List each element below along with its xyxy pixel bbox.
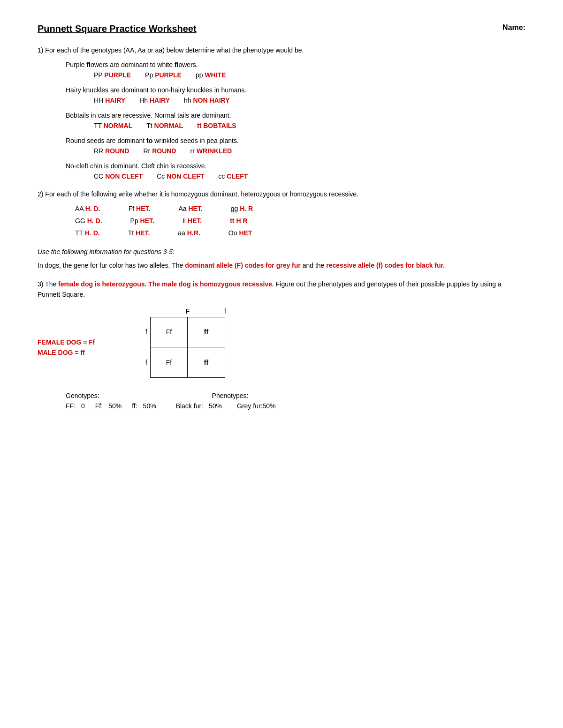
bobtails-tt2: Tt NORMAL [146, 122, 183, 129]
trait-bobtails: Bobtails in cats are recessive. Normal t… [66, 111, 525, 129]
dominant-allele: dominant allele (F) codes for grey fur [185, 262, 301, 269]
phenotypes-label: Phenotypes: [212, 392, 249, 399]
punnett-cell-r2c2: ff [188, 347, 225, 378]
knuckles-hh2: Hh HAIRY [139, 97, 170, 104]
Ff-value: 50% [108, 402, 122, 410]
ff2-label: ff: [132, 402, 137, 410]
trait-seeds-answers: RR ROUND Rr ROUND rr WRINKLED [94, 147, 525, 155]
name-label: Name: [502, 23, 525, 32]
female-dog-label: FEMALE DOG = Ff [38, 336, 113, 349]
question-1-title: 1) For each of the genotypes (AA, Aa or … [38, 45, 525, 55]
s2-tt2: TT H. D. [75, 229, 100, 237]
knuckles-hh: HH HAIRY [94, 97, 125, 104]
trait-knuckles-desc: Hairy knuckles are dominant to non-hairy… [66, 85, 525, 95]
trait-flowers-answers: PP PURPLE Pp PURPLE pp WHITE [94, 71, 525, 79]
trait-chin-answers: CC NON CLEFT Cc NON CLEFT cc CLEFT [94, 173, 525, 180]
chin-cc3: cc CLEFT [218, 173, 248, 180]
genotypes-phenotypes: Genotypes: Phenotypes: FF: 0 Ff: 50% ff:… [66, 392, 525, 410]
knuckles-hh3: hh NON HAIRY [184, 97, 230, 104]
trait-bobtails-desc: Bobtails in cats are recessive. Normal t… [66, 111, 525, 120]
punnett-section: FEMALE DOG = Ff MALE DOG = ff F f f Ff f… [38, 308, 525, 378]
ff2-value: 50% [143, 402, 156, 410]
flowers-pp3: pp WHITE [196, 71, 226, 79]
punnett-cell-r1c1: Ff [150, 317, 188, 347]
seeds-rr: RR ROUND [94, 147, 129, 155]
black-fur-label: Black fur: [176, 402, 203, 410]
s2-aa: AA H. D. [75, 205, 100, 212]
section3-question: 3) The female dog is heterozygous. The m… [38, 279, 525, 300]
trait-flowers: Purple flowers are dominant to white flo… [66, 60, 525, 79]
genotypes-label: Genotypes: [66, 392, 99, 399]
trait-chin: No-cleft chin is dominant. Cleft chin is… [66, 161, 525, 180]
punnett-col1-header: F [169, 308, 206, 315]
labels-row: Genotypes: Phenotypes: [66, 392, 525, 399]
section-2: 2) For each of the following write wheth… [38, 189, 525, 237]
section3-body: In dogs, the gene for fur color has two … [38, 260, 525, 271]
trait-flowers-desc: Purple flowers are dominant to white flo… [66, 60, 525, 70]
male-dog-label: MALE DOG = ff [38, 349, 113, 356]
seeds-rr3: rr WRINKLED [190, 147, 232, 155]
section3-intro: Use the following information for questi… [38, 248, 525, 271]
section-1: 1) For each of the genotypes (AA, Aa or … [38, 45, 525, 180]
trait-bobtails-answers: TT NORMAL Tt NORMAL tt BOBTAILS [94, 122, 525, 129]
question-3-text: 3) The female dog is heterozygous. The m… [38, 279, 525, 300]
values-row: FF: 0 Ff: 50% ff: 50% Black fur: 50% Gre… [66, 402, 525, 410]
trait-seeds: Round seeds are dominant to wrinkled see… [66, 136, 525, 155]
trait-knuckles: Hairy knuckles are dominant to non-hairy… [66, 85, 525, 104]
punnett-row2-label: f [131, 359, 150, 366]
s2-ii: Ii HET. [183, 217, 202, 225]
s2-oo: Oo HET [228, 229, 252, 237]
section3-italic: Use the following information for questi… [38, 248, 525, 255]
section2-row2: GG H. D. Pp HET. Ii HET. tt H R [75, 217, 525, 225]
punnett-diagram: F f f Ff ff f Ff ff [131, 308, 244, 378]
bobtails-tt: TT NORMAL [94, 122, 132, 129]
punnett-header: F f [150, 308, 244, 315]
black-fur-value: 50% [209, 402, 222, 410]
punnett-cell-r1c2: ff [188, 317, 225, 347]
flowers-pp2: Pp PURPLE [145, 71, 182, 79]
female-dog-description: female dog is heterozygous. The male dog… [58, 280, 274, 288]
dog-labels: FEMALE DOG = Ff MALE DOG = ff [38, 336, 113, 356]
punnett-row2: f Ff ff [131, 347, 244, 378]
chin-cc: CC NON CLEFT [94, 173, 143, 180]
seeds-rr2: Rr ROUND [143, 147, 176, 155]
s2-tt3: Tt HET. [128, 229, 150, 237]
s2-ff: Ff HET. [129, 205, 151, 212]
bobtails-tt3: tt BOBTAILS [197, 122, 236, 129]
punnett-col2-header: f [206, 308, 244, 315]
section2-row3: TT H. D. Tt HET. aa H.R. Oo HET [75, 229, 525, 237]
s2-gg2: GG H. D. [75, 217, 102, 225]
chin-cc2: Cc NON CLEFT [157, 173, 204, 180]
page-title: Punnett Square Practice Worksheet [38, 23, 197, 34]
trait-knuckles-answers: HH HAIRY Hh HAIRY hh NON HAIRY [94, 97, 525, 104]
ff-value: 0 [81, 402, 85, 410]
recessive-allele: recessive allele (f) codes for black fur… [326, 262, 445, 269]
flowers-pp: PP PURPLE [94, 71, 131, 79]
trait-chin-desc: No-cleft chin is dominant. Cleft chin is… [66, 161, 525, 171]
section2-row1: AA H. D. Ff HET. Aa HET. gg H. R [75, 205, 525, 212]
question-2-title: 2) For each of the following write wheth… [38, 189, 525, 199]
s2-aa3: aa H.R. [178, 229, 200, 237]
s2-aa2: Aa HET. [178, 205, 202, 212]
punnett-row1: f Ff ff [131, 317, 244, 347]
Ff-label: Ff: [95, 402, 103, 410]
punnett-cell-r2c1: Ff [150, 347, 188, 378]
punnett-row1-label: f [131, 328, 150, 336]
s2-gg: gg H. R [231, 205, 253, 212]
s2-pp: Pp HET. [130, 217, 154, 225]
s2-tt: tt H R [230, 217, 247, 225]
trait-seeds-desc: Round seeds are dominant to wrinkled see… [66, 136, 525, 146]
ff-label: FF: [66, 402, 76, 410]
grey-fur-value: Grey fur:50% [237, 402, 275, 410]
